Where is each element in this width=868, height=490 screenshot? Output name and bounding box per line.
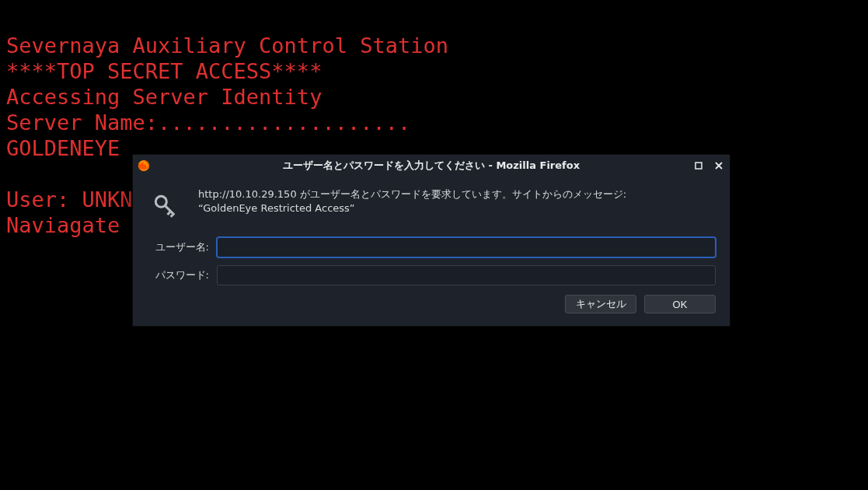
auth-dialog: ユーザー名とパスワードを入力してください - Mozilla Firefox <box>132 154 730 327</box>
terminal-line: User: UNKN <box>6 187 133 212</box>
terminal-line: GOLDENEYE <box>6 136 120 160</box>
terminal-line: Accessing Server Identity <box>6 85 322 109</box>
dialog-message-line: “GoldenEye Restricted Access” <box>198 201 626 215</box>
maximize-button[interactable] <box>692 159 705 172</box>
password-label: パスワード: <box>147 268 209 282</box>
username-label: ユーザー名: <box>147 240 209 254</box>
dialog-message: http://10.10.29.150 がユーザー名とパスワードを要求しています… <box>198 187 626 225</box>
svg-rect-1 <box>695 163 702 169</box>
close-icon <box>715 162 723 170</box>
password-input[interactable] <box>217 265 716 285</box>
terminal-line: Naviagate <box>6 213 133 237</box>
username-input[interactable] <box>217 237 716 257</box>
dialog-title: ユーザー名とパスワードを入力してください - Mozilla Firefox <box>133 159 730 173</box>
terminal-line: Severnaya Auxiliary Control Station <box>6 33 448 58</box>
close-button[interactable] <box>713 159 725 172</box>
dialog-titlebar[interactable]: ユーザー名とパスワードを入力してください - Mozilla Firefox <box>133 155 730 177</box>
dialog-content: http://10.10.29.150 がユーザー名とパスワードを要求しています… <box>133 177 730 326</box>
maximize-icon <box>695 162 702 170</box>
ok-button[interactable]: OK <box>644 295 716 313</box>
dialog-message-line: http://10.10.29.150 がユーザー名とパスワードを要求しています… <box>198 187 626 201</box>
terminal-line: ****TOP SECRET ACCESS**** <box>6 59 322 83</box>
key-icon <box>147 187 184 225</box>
firefox-icon <box>138 159 150 172</box>
terminal-line: Server Name:.................... <box>6 110 410 135</box>
cancel-button[interactable]: キャンセル <box>565 295 636 313</box>
